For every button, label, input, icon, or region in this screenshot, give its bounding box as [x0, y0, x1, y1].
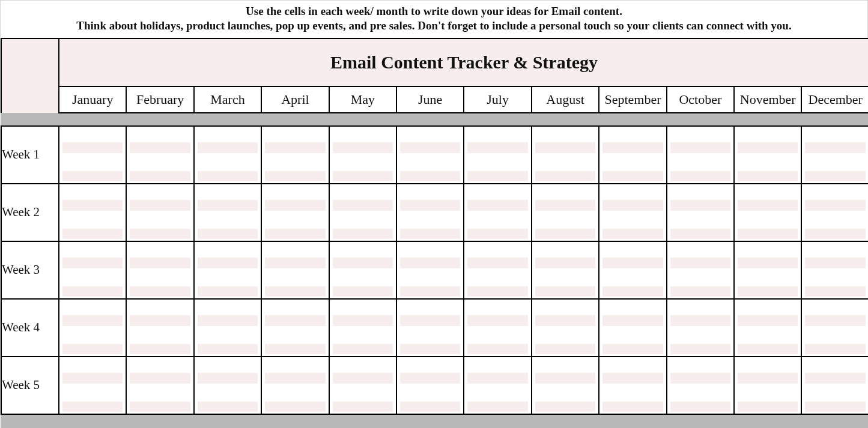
- idea-cell[interactable]: [801, 198, 868, 212]
- idea-cell[interactable]: [464, 357, 531, 371]
- idea-cell[interactable]: [599, 198, 666, 212]
- idea-cell[interactable]: [194, 256, 261, 270]
- idea-cell[interactable]: [801, 184, 868, 198]
- idea-cell[interactable]: [329, 357, 396, 371]
- idea-cell[interactable]: [464, 155, 531, 169]
- idea-cell[interactable]: [261, 270, 329, 285]
- idea-cell[interactable]: [329, 227, 396, 241]
- idea-cell[interactable]: [59, 169, 126, 184]
- idea-cell[interactable]: [261, 126, 329, 140]
- idea-cell[interactable]: [59, 126, 126, 140]
- idea-cell[interactable]: [532, 212, 599, 227]
- idea-cell[interactable]: [532, 155, 599, 169]
- idea-cell[interactable]: [329, 299, 396, 313]
- idea-cell[interactable]: [532, 357, 599, 371]
- idea-cell[interactable]: [396, 212, 464, 227]
- idea-cell[interactable]: [801, 285, 868, 299]
- idea-cell[interactable]: [194, 227, 261, 241]
- idea-cell[interactable]: [532, 328, 599, 342]
- idea-cell[interactable]: [464, 299, 531, 313]
- idea-cell[interactable]: [599, 212, 666, 227]
- idea-cell[interactable]: [734, 169, 801, 184]
- idea-cell[interactable]: [599, 328, 666, 342]
- idea-cell[interactable]: [329, 126, 396, 140]
- idea-cell[interactable]: [329, 313, 396, 328]
- idea-cell[interactable]: [599, 299, 666, 313]
- idea-cell[interactable]: [194, 342, 261, 357]
- idea-cell[interactable]: [329, 169, 396, 184]
- idea-cell[interactable]: [59, 328, 126, 342]
- idea-cell[interactable]: [329, 270, 396, 285]
- idea-cell[interactable]: [194, 169, 261, 184]
- idea-cell[interactable]: [801, 169, 868, 184]
- idea-cell[interactable]: [126, 198, 193, 212]
- idea-cell[interactable]: [59, 140, 126, 155]
- idea-cell[interactable]: [194, 299, 261, 313]
- idea-cell[interactable]: [59, 357, 126, 371]
- idea-cell[interactable]: [464, 400, 531, 414]
- idea-cell[interactable]: [396, 256, 464, 270]
- idea-cell[interactable]: [194, 270, 261, 285]
- idea-cell[interactable]: [126, 241, 193, 256]
- idea-cell[interactable]: [464, 184, 531, 198]
- idea-cell[interactable]: [126, 227, 193, 241]
- idea-cell[interactable]: [599, 285, 666, 299]
- idea-cell[interactable]: [532, 385, 599, 400]
- idea-cell[interactable]: [329, 140, 396, 155]
- idea-cell[interactable]: [261, 256, 329, 270]
- idea-cell[interactable]: [599, 169, 666, 184]
- idea-cell[interactable]: [126, 357, 193, 371]
- idea-cell[interactable]: [532, 285, 599, 299]
- idea-cell[interactable]: [261, 212, 329, 227]
- idea-cell[interactable]: [194, 357, 261, 371]
- idea-cell[interactable]: [734, 299, 801, 313]
- idea-cell[interactable]: [464, 270, 531, 285]
- idea-cell[interactable]: [59, 241, 126, 256]
- idea-cell[interactable]: [532, 126, 599, 140]
- idea-cell[interactable]: [126, 313, 193, 328]
- idea-cell[interactable]: [464, 198, 531, 212]
- idea-cell[interactable]: [801, 357, 868, 371]
- idea-cell[interactable]: [801, 400, 868, 414]
- idea-cell[interactable]: [126, 169, 193, 184]
- idea-cell[interactable]: [667, 270, 734, 285]
- idea-cell[interactable]: [532, 256, 599, 270]
- idea-cell[interactable]: [599, 371, 666, 385]
- idea-cell[interactable]: [801, 241, 868, 256]
- idea-cell[interactable]: [59, 285, 126, 299]
- idea-cell[interactable]: [329, 198, 396, 212]
- idea-cell[interactable]: [801, 328, 868, 342]
- idea-cell[interactable]: [261, 155, 329, 169]
- idea-cell[interactable]: [396, 328, 464, 342]
- idea-cell[interactable]: [532, 227, 599, 241]
- idea-cell[interactable]: [396, 385, 464, 400]
- idea-cell[interactable]: [667, 342, 734, 357]
- idea-cell[interactable]: [667, 227, 734, 241]
- idea-cell[interactable]: [126, 385, 193, 400]
- idea-cell[interactable]: [801, 140, 868, 155]
- idea-cell[interactable]: [464, 241, 531, 256]
- idea-cell[interactable]: [261, 184, 329, 198]
- idea-cell[interactable]: [667, 313, 734, 328]
- idea-cell[interactable]: [261, 400, 329, 414]
- idea-cell[interactable]: [734, 241, 801, 256]
- idea-cell[interactable]: [464, 285, 531, 299]
- idea-cell[interactable]: [329, 342, 396, 357]
- idea-cell[interactable]: [396, 285, 464, 299]
- idea-cell[interactable]: [59, 184, 126, 198]
- idea-cell[interactable]: [329, 385, 396, 400]
- idea-cell[interactable]: [599, 385, 666, 400]
- idea-cell[interactable]: [126, 270, 193, 285]
- idea-cell[interactable]: [329, 212, 396, 227]
- idea-cell[interactable]: [59, 313, 126, 328]
- idea-cell[interactable]: [734, 285, 801, 299]
- idea-cell[interactable]: [126, 371, 193, 385]
- idea-cell[interactable]: [59, 155, 126, 169]
- idea-cell[interactable]: [532, 241, 599, 256]
- idea-cell[interactable]: [734, 270, 801, 285]
- idea-cell[interactable]: [532, 270, 599, 285]
- idea-cell[interactable]: [194, 241, 261, 256]
- idea-cell[interactable]: [329, 285, 396, 299]
- idea-cell[interactable]: [261, 371, 329, 385]
- idea-cell[interactable]: [126, 299, 193, 313]
